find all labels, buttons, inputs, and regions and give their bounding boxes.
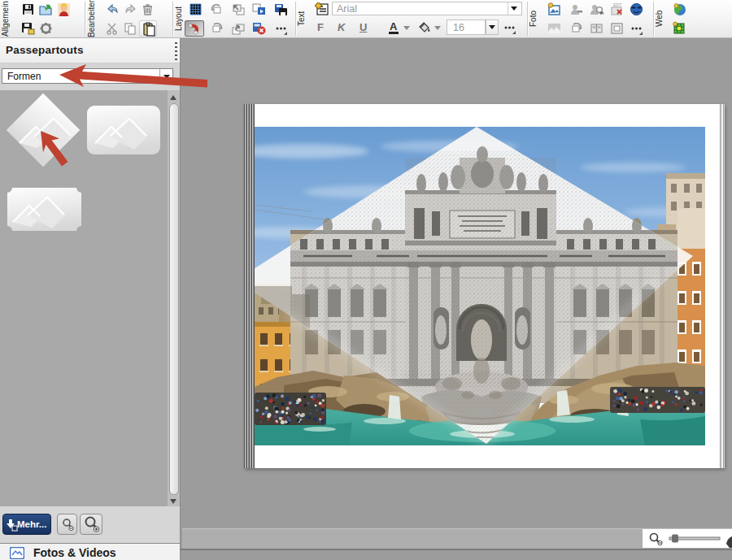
svg-text:EDIT: EDIT bbox=[613, 3, 622, 7]
